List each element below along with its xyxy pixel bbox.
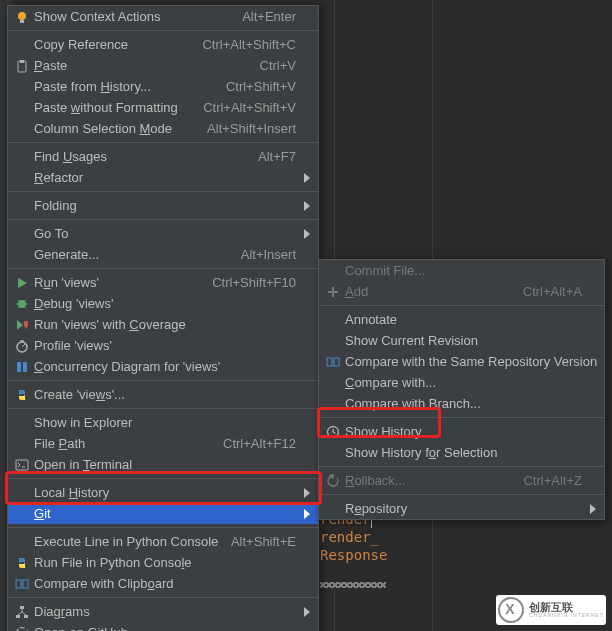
logo-sub: CHUANGXIN INTERNET (529, 613, 603, 618)
context-item-run-views[interactable]: Run 'views'Ctrl+Shift+F10 (8, 272, 318, 293)
menu-item-label: Git (34, 506, 296, 521)
menu-item-label: Copy Reference (34, 37, 190, 52)
menu-item-label: Local History (34, 485, 296, 500)
blank-icon (14, 149, 30, 165)
context-item-show-in-explorer[interactable]: Show in Explorer (8, 412, 318, 433)
context-item-paste-without-formatting[interactable]: Paste without FormattingCtrl+Alt+Shift+V (8, 97, 318, 118)
menu-item-label: Annotate (345, 312, 582, 327)
bulb-icon (14, 9, 30, 25)
submenu-arrow-icon (304, 509, 310, 519)
menu-item-label: Open in Terminal (34, 457, 296, 472)
context-item-paste-from-history[interactable]: Paste from History...Ctrl+Shift+V (8, 76, 318, 97)
menu-item-shortcut: Ctrl+Alt+Shift+C (202, 37, 296, 52)
context-item-profile-views[interactable]: Profile 'views' (8, 335, 318, 356)
menu-item-label: Repository (345, 501, 582, 516)
context-item-local-history[interactable]: Local History (8, 482, 318, 503)
menu-item-label: Rollback... (345, 473, 511, 488)
svg-line-11 (18, 300, 20, 302)
context-item-open-in-terminal[interactable]: Open in Terminal (8, 454, 318, 475)
context-item-column-selection-mode[interactable]: Column Selection ModeAlt+Shift+Insert (8, 118, 318, 139)
context-item-git[interactable]: Git (8, 503, 318, 524)
git-item-show-history-for-selection[interactable]: Show History for Selection (319, 442, 604, 463)
git-item-compare-with-branch[interactable]: Compare with Branch... (319, 393, 604, 414)
context-item-concurrency-diagram-for-views[interactable]: Concurrency Diagram for 'views' (8, 356, 318, 377)
git-item-show-current-revision[interactable]: Show Current Revision (319, 330, 604, 351)
compare-icon (325, 354, 341, 370)
context-item-go-to[interactable]: Go To (8, 223, 318, 244)
context-item-compare-with-clipboard[interactable]: Compare with Clipboard (8, 573, 318, 594)
menu-item-label: Create 'views'... (34, 387, 296, 402)
context-separator (8, 527, 318, 528)
menu-item-label: Find Usages (34, 149, 246, 164)
runcov-icon (14, 317, 30, 333)
context-item-folding[interactable]: Folding (8, 195, 318, 216)
compare-icon (14, 576, 30, 592)
git-item-show-history[interactable]: Show History (319, 421, 604, 442)
menu-item-label: Profile 'views' (34, 338, 296, 353)
context-separator (8, 380, 318, 381)
context-item-generate[interactable]: Generate...Alt+Insert (8, 244, 318, 265)
context-item-refactor[interactable]: Refactor (8, 167, 318, 188)
svg-line-13 (18, 306, 20, 308)
menu-item-label: Compare with... (345, 375, 582, 390)
menu-item-shortcut: Ctrl+Alt+A (523, 284, 582, 299)
context-separator (8, 408, 318, 409)
blank-icon (325, 263, 341, 279)
svg-rect-40 (334, 358, 339, 366)
blank-icon (14, 37, 30, 53)
context-separator (8, 478, 318, 479)
context-item-create-views[interactable]: Create 'views'... (8, 384, 318, 405)
run-icon (14, 275, 30, 291)
svg-point-0 (18, 12, 26, 20)
menu-item-label: Paste from History... (34, 79, 214, 94)
diagrams-icon (14, 604, 30, 620)
context-item-open-on-github[interactable]: Open on GitHub (8, 622, 318, 631)
context-item-find-usages[interactable]: Find UsagesAlt+F7 (8, 146, 318, 167)
blank-icon (325, 312, 341, 328)
context-item-file-path[interactable]: File PathCtrl+Alt+F12 (8, 433, 318, 454)
context-separator (8, 219, 318, 220)
context-item-diagrams[interactable]: Diagrams (8, 601, 318, 622)
code-token: render_ (320, 529, 379, 545)
git-item-repository[interactable]: Repository (319, 498, 604, 519)
git-item-annotate[interactable]: Annotate (319, 309, 604, 330)
blank-icon (14, 100, 30, 116)
blank-icon (325, 375, 341, 391)
svg-rect-30 (24, 615, 28, 618)
context-item-run-file-in-python-console[interactable]: Run File in Python Console (8, 552, 318, 573)
submenu-arrow-icon (304, 201, 310, 211)
menu-item-shortcut: Alt+Shift+Insert (207, 121, 296, 136)
code-token: Response (320, 547, 387, 563)
menu-item-label: Add (345, 284, 511, 299)
watermark-logo: 创新互联 CHUANGXIN INTERNET (496, 595, 606, 625)
menu-item-label: Paste (34, 58, 248, 73)
svg-rect-26 (23, 580, 28, 588)
context-item-execute-line-in-python-console[interactable]: Execute Line in Python ConsoleAlt+Shift+… (8, 531, 318, 552)
context-item-run-views-with-coverage[interactable]: Run 'views' with Coverage (8, 314, 318, 335)
blank-icon (14, 534, 30, 550)
menu-item-label: Paste without Formatting (34, 100, 191, 115)
menu-item-shortcut: Ctrl+V (260, 58, 296, 73)
menu-item-label: Show Context Actions (34, 9, 230, 24)
svg-marker-6 (304, 229, 310, 239)
svg-rect-39 (327, 358, 332, 366)
svg-line-14 (24, 306, 26, 308)
rollback-icon (325, 473, 341, 489)
context-item-show-context-actions[interactable]: Show Context ActionsAlt+Enter (8, 6, 318, 27)
blank-icon (325, 501, 341, 517)
menu-item-label: Show Current Revision (345, 333, 582, 348)
menu-item-label: Concurrency Diagram for 'views' (34, 359, 296, 374)
context-item-debug-views[interactable]: Debug 'views' (8, 293, 318, 314)
context-separator (8, 597, 318, 598)
paste-icon (14, 58, 30, 74)
git-item-compare-with-the-same-repository-version[interactable]: Compare with the Same Repository Version (319, 351, 604, 372)
submenu-arrow-icon (304, 607, 310, 617)
context-menu[interactable]: Show Context ActionsAlt+EnterCopy Refere… (7, 5, 319, 631)
context-item-copy-reference[interactable]: Copy ReferenceCtrl+Alt+Shift+C (8, 34, 318, 55)
context-item-paste[interactable]: PasteCtrl+V (8, 55, 318, 76)
git-submenu[interactable]: Commit File...AddCtrl+Alt+AAnnotateShow … (318, 259, 605, 520)
menu-item-label: Debug 'views' (34, 296, 296, 311)
svg-rect-20 (23, 362, 27, 372)
github-icon (14, 625, 30, 632)
git-item-compare-with[interactable]: Compare with... (319, 372, 604, 393)
